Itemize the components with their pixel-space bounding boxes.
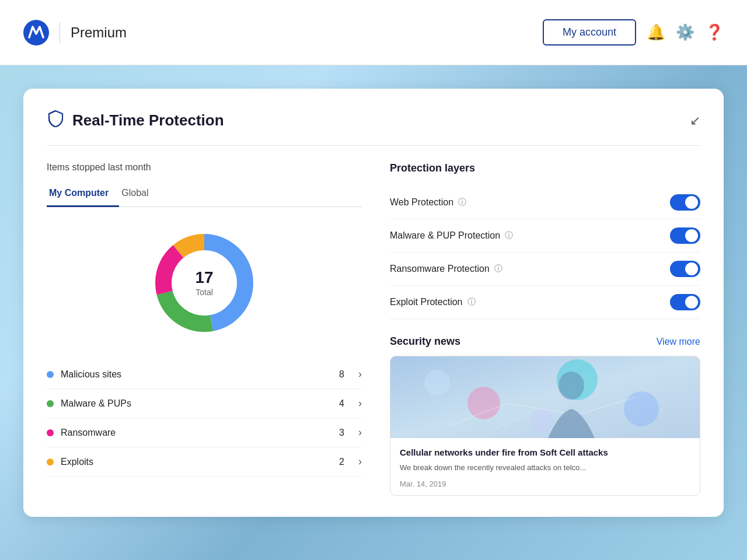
news-excerpt: We break down the recently revealed atta… bbox=[400, 462, 690, 474]
right-column: Protection layers Web Protection ⓘ Malwa… bbox=[390, 162, 700, 496]
donut-center: 17 Total bbox=[195, 268, 213, 298]
realtime-protection-card: Real-Time Protection ↙ Items stopped las… bbox=[23, 89, 724, 517]
card-title: Real-Time Protection bbox=[72, 111, 224, 130]
legend-list: Malicious sites 8 › Malware & PUPs 4 › R… bbox=[47, 360, 362, 477]
legend-item-ransomware: Ransomware 3 › bbox=[47, 418, 362, 447]
collapse-icon[interactable]: ↙ bbox=[690, 113, 700, 128]
news-content: Cellular networks under fire from Soft C… bbox=[390, 438, 700, 495]
view-more-link[interactable]: View more bbox=[657, 337, 700, 347]
donut-total-number: 17 bbox=[195, 268, 213, 287]
news-headline: Cellular networks under fire from Soft C… bbox=[400, 446, 690, 459]
logo-text: Premium bbox=[71, 24, 127, 41]
protection-row-exploit: Exploit Protection ⓘ bbox=[390, 286, 700, 319]
logo-area: Premium bbox=[23, 20, 127, 46]
donut-total-label: Total bbox=[196, 288, 213, 297]
legend-label-exploits: Exploits bbox=[61, 457, 332, 467]
legend-item-exploits: Exploits 2 › bbox=[47, 447, 362, 477]
svg-point-10 bbox=[530, 409, 554, 432]
tab-my-computer[interactable]: My Computer bbox=[47, 183, 119, 207]
legend-item-malicious: Malicious sites 8 › bbox=[47, 360, 362, 389]
legend-count-malware: 4 bbox=[339, 398, 344, 409]
card-header: Real-Time Protection ↙ bbox=[47, 110, 700, 131]
help-icon[interactable]: ❓ bbox=[705, 23, 724, 41]
donut-chart-wrap: 17 Total bbox=[47, 225, 362, 341]
svg-point-7 bbox=[467, 387, 500, 419]
legend-dot-ransomware bbox=[47, 429, 54, 436]
toggle-ransomware[interactable] bbox=[670, 261, 700, 277]
info-icon-exploit[interactable]: ⓘ bbox=[467, 297, 476, 307]
legend-label-malicious: Malicious sites bbox=[61, 369, 332, 380]
protection-row-ransomware: Ransomware Protection ⓘ bbox=[390, 253, 700, 286]
protection-label-malware: Malware & PUP Protection ⓘ bbox=[390, 230, 513, 241]
toggle-malware[interactable] bbox=[670, 228, 700, 244]
card-divider bbox=[47, 145, 700, 146]
info-icon-web[interactable]: ⓘ bbox=[458, 197, 466, 208]
news-date: Mar. 14, 2019 bbox=[400, 480, 690, 488]
tabs-container: My Computer Global bbox=[47, 183, 362, 207]
logo-divider bbox=[60, 22, 60, 43]
my-account-button[interactable]: My account bbox=[543, 19, 636, 46]
protection-label-ransomware: Ransomware Protection ⓘ bbox=[390, 264, 502, 274]
news-card[interactable]: Cellular networks under fire from Soft C… bbox=[390, 356, 700, 496]
protection-layers-title: Protection layers bbox=[390, 162, 700, 174]
left-column: Items stopped last month My Computer Glo… bbox=[47, 162, 362, 496]
legend-count-exploits: 2 bbox=[339, 457, 344, 467]
toggle-web[interactable] bbox=[670, 194, 700, 211]
main-content: Real-Time Protection ↙ Items stopped las… bbox=[0, 65, 747, 560]
legend-count-malicious: 8 bbox=[339, 369, 344, 380]
protection-label-web: Web Protection ⓘ bbox=[390, 197, 466, 208]
svg-point-8 bbox=[624, 391, 659, 426]
info-icon-malware[interactable]: ⓘ bbox=[505, 230, 513, 241]
legend-arrow-exploits[interactable]: › bbox=[358, 456, 362, 468]
info-icon-ransomware[interactable]: ⓘ bbox=[494, 264, 502, 274]
toggle-exploit[interactable] bbox=[670, 294, 700, 310]
security-news-title: Security news bbox=[390, 335, 460, 348]
svg-point-15 bbox=[558, 372, 584, 400]
legend-item-malware: Malware & PUPs 4 › bbox=[47, 389, 362, 418]
legend-label-ransomware: Ransomware bbox=[61, 428, 332, 438]
legend-count-ransomware: 3 bbox=[339, 428, 344, 438]
legend-arrow-ransomware[interactable]: › bbox=[358, 426, 362, 439]
settings-icon[interactable]: ⚙️ bbox=[676, 23, 694, 41]
legend-arrow-malware[interactable]: › bbox=[358, 397, 362, 410]
legend-dot-malware bbox=[47, 400, 54, 407]
protection-row-web: Web Protection ⓘ bbox=[390, 186, 700, 219]
protection-label-exploit: Exploit Protection ⓘ bbox=[390, 297, 476, 307]
header-right: My account 🔔 ⚙️ ❓ bbox=[543, 19, 724, 46]
legend-dot-malicious bbox=[47, 371, 54, 378]
legend-arrow-malicious[interactable]: › bbox=[358, 368, 362, 380]
shield-icon bbox=[47, 110, 64, 131]
news-image-svg bbox=[390, 356, 700, 438]
tab-global[interactable]: Global bbox=[119, 183, 159, 207]
security-news-header: Security news View more bbox=[390, 335, 700, 348]
malwarebytes-logo-icon bbox=[23, 20, 49, 46]
legend-label-malware: Malware & PUPs bbox=[61, 398, 332, 409]
card-title-area: Real-Time Protection bbox=[47, 110, 224, 131]
card-body: Items stopped last month My Computer Glo… bbox=[47, 162, 700, 496]
protection-row-malware: Malware & PUP Protection ⓘ bbox=[390, 219, 700, 253]
legend-dot-exploits bbox=[47, 459, 54, 466]
items-stopped-label: Items stopped last month bbox=[47, 162, 362, 173]
donut-chart: 17 Total bbox=[146, 225, 263, 341]
header: Premium My account 🔔 ⚙️ ❓ bbox=[0, 0, 747, 65]
news-image bbox=[390, 356, 700, 438]
notification-icon[interactable]: 🔔 bbox=[647, 23, 665, 41]
svg-point-9 bbox=[424, 370, 450, 396]
